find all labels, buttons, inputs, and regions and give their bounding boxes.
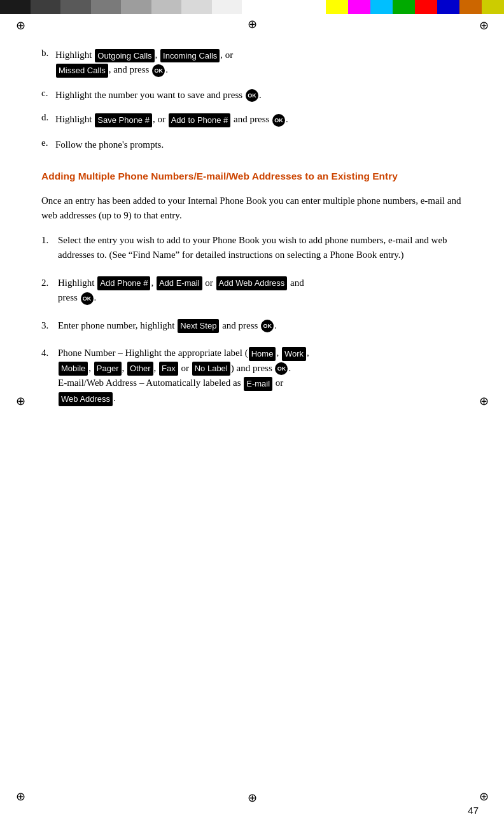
highlight-work: Work [282, 347, 306, 361]
list-item-4: 4. Phone Number – Highlight the appropri… [41, 346, 463, 406]
highlight-add-phone: Add Phone # [97, 276, 150, 290]
reg-mark-mid-left: ⊕ [14, 395, 27, 407]
highlight-outgoing-calls: Outgoing Calls [95, 49, 154, 63]
ok-button-c: OK [246, 89, 258, 102]
highlight-home: Home [249, 347, 276, 361]
list-content-2: Highlight Add Phone #, Add E-mail or Add… [58, 276, 463, 306]
list-item-d: d. Highlight Save Phone #, or Add to Pho… [41, 112, 463, 127]
highlight-save-phone: Save Phone # [95, 113, 152, 127]
ok-button-3: OK [261, 320, 274, 332]
reg-mark-top-left: ⊕ [14, 19, 27, 32]
list-text-b: Highlight Outgoing Calls, Incoming Calls… [55, 48, 233, 78]
reg-mark-bot-right: ⊕ [477, 790, 490, 803]
list-num-1: 1. [41, 233, 58, 263]
highlight-other: Other [127, 362, 153, 376]
ok-button-2: OK [81, 292, 94, 305]
highlight-no-label: No Label [192, 362, 230, 376]
highlight-incoming-calls: Incoming Calls [160, 49, 220, 63]
highlight-fax: Fax [159, 362, 178, 376]
highlight-missed-calls: Missed Calls [56, 64, 108, 78]
list-label-c: c. [41, 88, 55, 103]
page-number: 47 [468, 805, 479, 816]
reg-mark-bot-left: ⊕ [14, 790, 27, 803]
list-content-3: Enter phone number, highlight Next Step … [58, 318, 463, 334]
list-label-d: d. [41, 112, 55, 127]
highlight-pager: Pager [94, 362, 122, 376]
list-label-b: b. [41, 48, 55, 78]
list-text-e: Follow the phone's prompts. [55, 138, 164, 152]
right-color-blocks [326, 0, 504, 14]
ok-button-4: OK [275, 362, 288, 375]
highlight-web-address-label: Web Address [59, 392, 113, 406]
numbered-list: 1. Select the entry you wish to add to y… [41, 233, 463, 406]
list-item-2: 2. Highlight Add Phone #, Add E-mail or … [41, 276, 463, 306]
ok-button-b: OK [152, 64, 165, 77]
highlight-add-email: Add E-mail [157, 276, 202, 290]
list-text-c: Highlight the number you want to save an… [55, 88, 262, 103]
highlight-mobile: Mobile [59, 362, 88, 376]
highlight-email-label: E-mail [244, 377, 272, 391]
highlight-next-step: Next Step [178, 319, 219, 333]
list-item-c: c. Highlight the number you want to save… [41, 88, 463, 103]
list-item-b: b. Highlight Outgoing Calls, Incoming Ca… [41, 48, 463, 78]
color-bar-top [0, 0, 504, 14]
section-heading: Adding Multiple Phone Numbers/E-mail/Web… [41, 169, 463, 183]
ok-button-d: OK [272, 114, 285, 127]
list-num-3: 3. [41, 318, 58, 334]
reg-mark-mid-right: ⊕ [477, 395, 490, 407]
intro-paragraph: Once an entry has been added to your Int… [41, 194, 463, 223]
left-color-blocks [0, 0, 242, 14]
list-content-1: Select the entry you wish to add to your… [58, 233, 463, 263]
list-item-1: 1. Select the entry you wish to add to y… [41, 233, 463, 263]
list-num-2: 2. [41, 276, 58, 306]
highlight-add-web: Add Web Address [216, 276, 288, 290]
list-content-4: Phone Number – Highlight the appropriate… [58, 346, 463, 406]
reg-mark-top-right: ⊕ [477, 19, 490, 32]
page-content: b. Highlight Outgoing Calls, Incoming Ca… [41, 48, 463, 787]
list-num-4: 4. [41, 346, 58, 406]
reg-mark-top-center: ⊕ [246, 18, 258, 31]
list-label-e: e. [41, 138, 55, 152]
highlight-add-to-phone: Add to Phone # [169, 113, 231, 127]
list-text-d: Highlight Save Phone #, or Add to Phone … [55, 112, 288, 127]
list-item-3: 3. Enter phone number, highlight Next St… [41, 318, 463, 334]
list-item-e: e. Follow the phone's prompts. [41, 138, 463, 152]
reg-mark-bot-center: ⊕ [246, 791, 258, 804]
